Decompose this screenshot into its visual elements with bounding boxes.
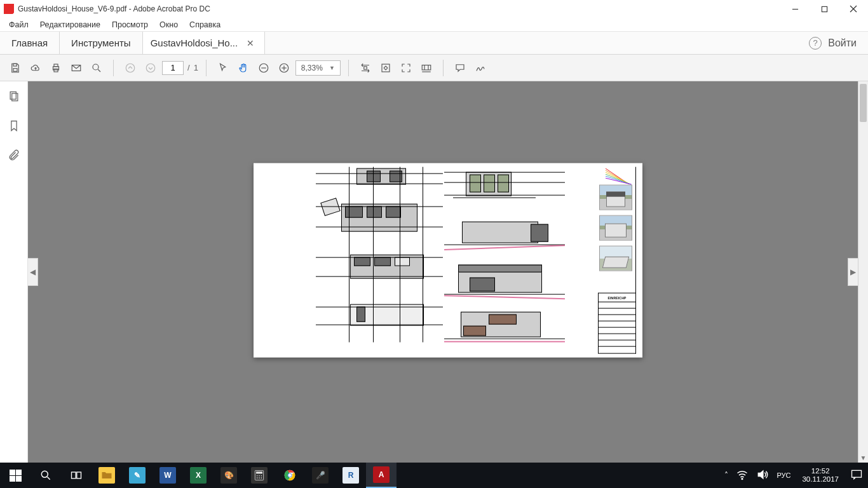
tray-overflow-icon[interactable]: ˄ [724,471,728,480]
tab-document-close-icon[interactable]: ✕ [244,38,257,48]
taskbar-calculator-icon[interactable] [244,463,275,488]
page-down-icon[interactable] [142,59,159,77]
window-maximize-button[interactable] [810,0,839,18]
svg-rect-19 [364,66,367,69]
attachments-panel-icon[interactable] [8,149,20,164]
hand-tool-icon[interactable] [234,59,252,77]
pane-toggle-right-icon[interactable]: ▶ [848,258,858,286]
svg-rect-29 [72,472,76,478]
page-separator: / [187,63,190,72]
zoom-out-icon[interactable] [255,59,273,77]
taskbar-file-explorer-icon[interactable] [92,463,122,488]
tab-home[interactable]: Главная [0,32,60,54]
fit-width-icon[interactable] [356,59,374,77]
taskbar-revit-icon[interactable]: R [336,463,366,488]
scroll-down-icon[interactable]: ▼ [858,452,868,463]
tray-volume-icon[interactable] [756,468,769,482]
window-close-button[interactable] [839,0,868,18]
titleblock-header: EINREICHP [599,294,635,302]
task-view-icon[interactable] [61,463,92,488]
taskbar-search-icon[interactable] [31,463,61,488]
cloud-icon[interactable] [27,59,44,77]
menu-window[interactable]: Окно [154,19,183,30]
tab-document-label: GustavHoldosi_Ho... [151,37,238,48]
zoom-level-label: 8,33% [301,64,323,72]
taskbar-mic-icon[interactable]: 🎤 [305,463,336,488]
vertical-scrollbar[interactable]: ▲ ▼ [858,81,868,463]
fit-page-icon[interactable] [377,59,395,77]
comment-icon[interactable] [451,59,469,77]
svg-rect-4 [13,64,17,66]
svg-point-33 [257,475,258,477]
main-toolbar: / 1 8,33% ▼ [0,55,868,81]
print-icon[interactable] [47,59,65,77]
menu-file[interactable]: Файл [4,19,34,30]
view-tabbar: Главная Инструменты GustavHoldosi_Ho... … [0,32,868,55]
sign-icon[interactable] [471,59,489,77]
save-icon[interactable] [6,59,24,77]
search-icon[interactable] [88,59,105,77]
svg-point-12 [126,64,135,72]
login-button[interactable]: Войти [828,37,857,49]
window-title: GustavHoldosi_House_V6-9.pdf - Adobe Acr… [18,4,210,13]
page-number-input[interactable] [162,61,184,75]
bookmarks-panel-icon[interactable] [8,119,20,135]
svg-point-42 [742,478,743,480]
menu-view[interactable]: Просмотр [107,19,153,30]
fullscreen-icon[interactable] [397,59,415,77]
taskbar-paint-icon[interactable]: 🎨 [214,463,244,488]
zoom-level-dropdown[interactable]: 8,33% ▼ [295,60,341,76]
windows-taskbar: ✎ W X 🎨 🎤 R A ˄ РУС 12:52 30.11.2017 [0,463,868,488]
navigation-rail [0,81,28,463]
page-up-icon[interactable] [121,59,139,77]
drawing-titleblock: EINREICHP [598,293,636,354]
document-canvas[interactable]: ◀ ▶ ▲ ▼ [28,81,868,463]
tray-time: 12:52 [802,467,839,475]
svg-rect-8 [54,69,58,72]
svg-point-38 [261,477,262,478]
taskbar-chrome-icon[interactable] [275,463,305,488]
svg-line-28 [48,477,50,480]
svg-point-37 [259,477,260,478]
svg-point-36 [257,477,258,478]
tab-document[interactable]: GustavHoldosi_Ho... ✕ [143,32,266,54]
menubar: Файл Редактирование Просмотр Окно Справк… [0,18,868,32]
taskbar-word-icon[interactable]: W [153,463,183,488]
svg-point-35 [261,475,262,477]
tray-clock[interactable]: 12:52 30.11.2017 [798,467,843,484]
acrobat-app-icon [4,4,14,14]
thumbnails-panel-icon[interactable] [8,90,20,105]
taskbar-excel-icon[interactable]: X [183,463,214,488]
svg-point-41 [288,474,292,477]
svg-point-10 [93,64,98,70]
taskbar-notepad-icon[interactable]: ✎ [122,463,153,488]
svg-rect-21 [422,65,431,70]
page-number-box: / 1 [162,61,198,75]
svg-rect-32 [256,471,262,473]
svg-point-34 [259,475,260,477]
reading-mode-icon[interactable] [417,59,435,77]
svg-rect-43 [852,470,862,477]
window-titlebar: GustavHoldosi_House_V6-9.pdf - Adobe Acr… [0,0,868,18]
scroll-thumb[interactable] [860,84,867,122]
tab-tools[interactable]: Инструменты [60,32,143,54]
svg-line-11 [98,69,100,72]
email-icon[interactable] [67,59,85,77]
menu-edit[interactable]: Редактирование [35,19,105,30]
help-icon[interactable]: ? [809,37,822,50]
pane-toggle-left-icon[interactable]: ◀ [28,258,38,286]
start-button[interactable] [0,463,31,488]
zoom-in-icon[interactable] [275,59,293,77]
tray-network-icon[interactable] [736,468,749,482]
taskbar-acrobat-icon[interactable]: A [366,463,397,488]
system-tray: ˄ РУС 12:52 30.11.2017 [719,467,868,484]
tray-action-center-icon[interactable] [850,468,863,482]
menu-help[interactable]: Справка [184,19,226,30]
chevron-down-icon: ▼ [329,65,335,71]
tray-date: 30.11.2017 [802,475,839,484]
window-minimize-button[interactable] [780,0,810,18]
page-total: 1 [194,63,198,72]
tray-language[interactable]: РУС [776,471,790,479]
select-tool-icon[interactable] [214,59,232,77]
svg-point-27 [41,471,48,477]
